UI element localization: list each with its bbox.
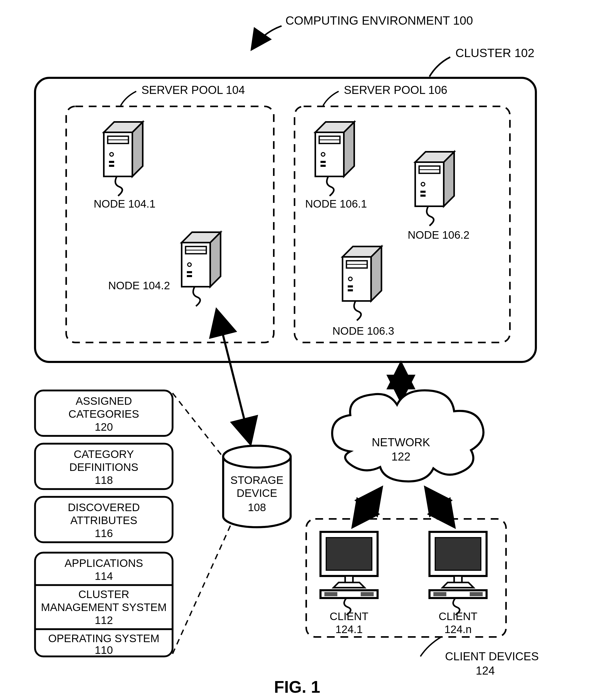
network-client1-arrow	[353, 488, 382, 527]
cms-l2: MANAGEMENT SYSTEM	[41, 601, 167, 613]
assigned-cat-l3: 120	[95, 421, 113, 433]
cms-l1: CLUSTER	[78, 588, 129, 600]
network-clientn-arrow	[426, 488, 454, 527]
client-devices-l2: 124	[476, 664, 495, 677]
client-n-l1: CLIENT	[438, 610, 477, 623]
storage-device: STORAGE DEVICE 108	[223, 446, 291, 527]
disc-attr-l1: DISCOVERED	[68, 501, 140, 513]
node-106-1-label: NODE 106.1	[305, 198, 367, 210]
network-cloud: NETWORK 122	[332, 391, 484, 481]
storage-l2: DEVICE	[237, 487, 277, 499]
cat-def-l2: DEFINITIONS	[69, 461, 138, 473]
apps-l1: APPLICATIONS	[65, 557, 143, 569]
assigned-cat-l2: CATEGORIES	[68, 408, 139, 420]
storage-l1: STORAGE	[230, 474, 284, 486]
storage-l3: 108	[248, 501, 266, 513]
client-1-l1: CLIENT	[330, 610, 368, 623]
node-104-2-label: NODE 104.2	[108, 279, 170, 292]
cluster-label: CLUSTER 102	[455, 46, 534, 60]
diagram-svg: COMPUTING ENVIRONMENT 100 CLUSTER 102 SE…	[0, 0, 594, 700]
node-104-1-label: NODE 104.1	[94, 198, 156, 210]
client-n-l2: 124.n	[444, 623, 471, 635]
disc-attr-l3: 116	[95, 527, 113, 539]
server-pool-right-label: SERVER POOL 106	[344, 84, 448, 96]
os-l2: 110	[95, 644, 113, 656]
cat-def-l3: 118	[95, 474, 113, 486]
client-devices-l1: CLIENT DEVICES	[445, 650, 539, 663]
os-l1: OPERATING SYSTEM	[48, 632, 160, 644]
computing-env-label: COMPUTING ENVIRONMENT 100	[286, 14, 473, 27]
cms-l3: 112	[95, 614, 113, 626]
cat-def-l1: CATEGORY	[74, 448, 134, 460]
cluster-box	[35, 78, 536, 362]
figure-label: FIG. 1	[274, 678, 320, 696]
assigned-cat-l1: ASSIGNED	[75, 395, 132, 407]
network-l1: NETWORK	[372, 436, 430, 448]
client-1-l2: 124.1	[335, 623, 363, 635]
dashed-top-line	[172, 393, 226, 461]
node-106-3-label: NODE 106.3	[332, 325, 394, 337]
node-106-2-label: NODE 106.2	[408, 229, 469, 241]
server-pool-left-label: SERVER POOL 104	[141, 84, 245, 96]
svg-point-15	[223, 446, 291, 468]
dashed-bottom-line	[172, 522, 232, 654]
disc-attr-l2: ATTRIBUTES	[70, 514, 137, 526]
network-l2: 122	[391, 450, 410, 463]
apps-l2: 114	[95, 570, 113, 582]
